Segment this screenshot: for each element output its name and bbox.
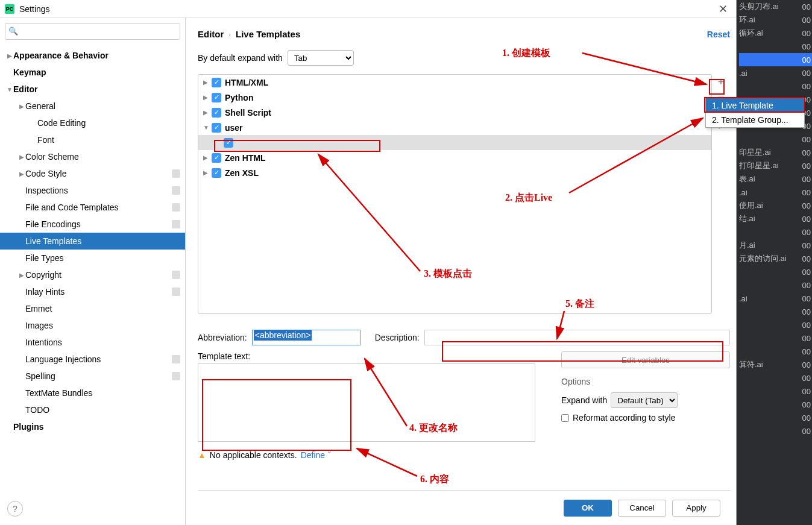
sidebar-item-intentions[interactable]: Intentions	[0, 334, 185, 351]
bg-file-row: 00	[739, 385, 812, 398]
expand-select[interactable]: Tab	[288, 50, 354, 66]
arrow-icon: ▶	[203, 154, 212, 161]
sidebar-item-editor[interactable]: ▼Editor	[0, 81, 185, 98]
sidebar-item-label: Inspections	[25, 186, 169, 195]
abbrev-input[interactable]: <abbreviation>	[252, 330, 360, 345]
sidebar-item-code-editing[interactable]: Code Editing	[0, 115, 185, 131]
sidebar-item-inspections[interactable]: Inspections	[0, 182, 185, 199]
search-input[interactable]	[5, 23, 180, 40]
help-button[interactable]: ?	[7, 501, 23, 517]
scope-icon	[172, 169, 180, 178]
checkbox-icon[interactable]: ✓	[212, 108, 221, 118]
bg-file-row: 00	[739, 40, 812, 53]
close-icon[interactable]: ✕	[715, 2, 731, 16]
arrow-icon: ▶	[203, 109, 212, 116]
sidebar-item-label: Language Injections	[25, 354, 169, 364]
sidebar-item-textmate-bundles[interactable]: TextMate Bundles	[0, 385, 185, 401]
sidebar-item-label: File Types	[25, 253, 180, 263]
checkbox-icon[interactable]: ✓	[212, 123, 221, 133]
template-list[interactable]: ▶✓HTML/XML▶✓Python▶✓Shell Script▼✓user✓▶…	[198, 74, 712, 314]
sidebar-item-live-templates[interactable]: Live Templates	[0, 233, 185, 250]
sidebar-item-label: Editor	[13, 84, 180, 94]
sidebar-item-font[interactable]: Font	[0, 131, 185, 148]
sidebar-item-file-encodings[interactable]: File Encodings	[0, 216, 185, 233]
sidebar-item-label: Keymap	[13, 68, 180, 77]
popup-template-group[interactable]: 2. Template Group...	[706, 113, 804, 127]
sidebar-item-general[interactable]: ▶General	[0, 98, 185, 115]
sidebar-item-copyright[interactable]: ▶Copyright	[0, 266, 185, 283]
bg-file-row: 表.ai00	[739, 172, 812, 186]
arrow-icon: ▶	[18, 272, 25, 278]
sidebar-item-label: Color Scheme	[25, 152, 180, 162]
template-text-area[interactable]	[198, 363, 535, 442]
expandwith-select[interactable]: Default (Tab)	[611, 392, 678, 408]
checkbox-icon[interactable]: ✓	[212, 78, 221, 87]
reformat-checkbox[interactable]	[561, 414, 569, 422]
bg-file-row: 00	[739, 133, 812, 146]
sidebar-item-file-and-code-templates[interactable]: File and Code Templates	[0, 199, 185, 216]
sidebar-item-language-injections[interactable]: Language Injections	[0, 351, 185, 368]
bg-file-row: 00	[739, 332, 812, 345]
reset-link[interactable]: Reset	[707, 30, 730, 39]
ok-button[interactable]: OK	[564, 500, 612, 517]
template-name: Zen HTML	[225, 153, 266, 163]
sidebar-item-file-types[interactable]: File Types	[0, 250, 185, 266]
sidebar-item-images[interactable]: Images	[0, 317, 185, 334]
template-group-shell-script[interactable]: ▶✓Shell Script	[198, 105, 711, 120]
template-item-abbreviation[interactable]: ✓	[198, 135, 711, 150]
sidebar-item-spelling[interactable]: Spelling	[0, 368, 185, 385]
reformat-label: Reformat according to style	[573, 413, 675, 423]
sidebar-item-inlay-hints[interactable]: Inlay Hints	[0, 283, 185, 300]
main-panel: Editor › Live Templates Reset By default…	[186, 18, 736, 525]
sidebar-item-label: TextMate Bundles	[25, 388, 180, 398]
bg-file-row: 00	[739, 225, 812, 239]
sidebar-item-label: Font	[37, 135, 180, 145]
edit-variables-button[interactable]: Edit variables	[561, 351, 730, 368]
bg-file-row: 循环.ai00	[739, 27, 812, 40]
arrow-icon: ▼	[203, 124, 212, 131]
button-bar: OK Cancel Apply	[198, 490, 730, 525]
sidebar-item-emmet[interactable]: Emmet	[0, 300, 185, 317]
desc-label: Description:	[375, 333, 420, 342]
add-template-button[interactable]: +	[714, 75, 728, 89]
bg-file-row: 环.ai00	[739, 13, 812, 27]
template-group-user[interactable]: ▼✓user	[198, 120, 711, 135]
expandwith-label: Expand with	[561, 395, 607, 405]
arrow-icon: ▶	[6, 52, 13, 59]
settings-tree[interactable]: ▶Appearance & BehaviorKeymap▼Editor▶Gene…	[0, 45, 185, 525]
arrow-icon: ▼	[6, 86, 13, 93]
define-link[interactable]: Define ˅	[301, 450, 332, 460]
sidebar-item-plugins[interactable]: Plugins	[0, 418, 185, 435]
checkbox-icon[interactable]: ✓	[212, 93, 221, 102]
template-group-python[interactable]: ▶✓Python	[198, 90, 711, 105]
no-context-label: No applicable contexts.	[210, 450, 297, 460]
template-group-html-xml[interactable]: ▶✓HTML/XML	[198, 75, 711, 90]
arrow-icon: ▶	[203, 94, 212, 101]
sidebar-item-label: File and Code Templates	[25, 203, 169, 212]
bg-file-row: 结.ai00	[739, 212, 812, 225]
template-group-zen-html[interactable]: ▶✓Zen HTML	[198, 150, 711, 165]
sidebar-item-keymap[interactable]: Keymap	[0, 64, 185, 81]
checkbox-icon[interactable]: ✓	[224, 138, 233, 148]
cancel-button[interactable]: Cancel	[618, 500, 666, 517]
apply-button[interactable]: Apply	[672, 500, 720, 517]
scope-icon	[172, 271, 180, 279]
template-group-zen-xsl[interactable]: ▶✓Zen XSL	[198, 165, 711, 180]
checkbox-icon[interactable]: ✓	[212, 153, 221, 163]
sidebar-item-color-scheme[interactable]: ▶Color Scheme	[0, 148, 185, 165]
sidebar-item-label: TODO	[25, 405, 180, 415]
search-icon: 🔍	[8, 27, 18, 36]
bg-file-row: 00	[739, 424, 812, 438]
sidebar-item-appearance-behavior[interactable]: ▶Appearance & Behavior	[0, 47, 185, 64]
description-input[interactable]	[424, 330, 730, 345]
checkbox-icon[interactable]: ✓	[212, 168, 221, 178]
arrow-icon: ▶	[18, 103, 25, 110]
expand-label: By default expand with	[198, 53, 283, 63]
popup-live-template[interactable]: 1. Live Template	[706, 98, 804, 113]
sidebar-item-label: Appearance & Behavior	[13, 51, 180, 60]
template-text-label: Template text:	[198, 351, 550, 361]
sidebar-item-todo[interactable]: TODO	[0, 401, 185, 418]
bg-file-row: 印星星.ai00	[739, 146, 812, 159]
sidebar-item-code-style[interactable]: ▶Code Style	[0, 165, 185, 182]
options-header: Options	[561, 377, 730, 386]
